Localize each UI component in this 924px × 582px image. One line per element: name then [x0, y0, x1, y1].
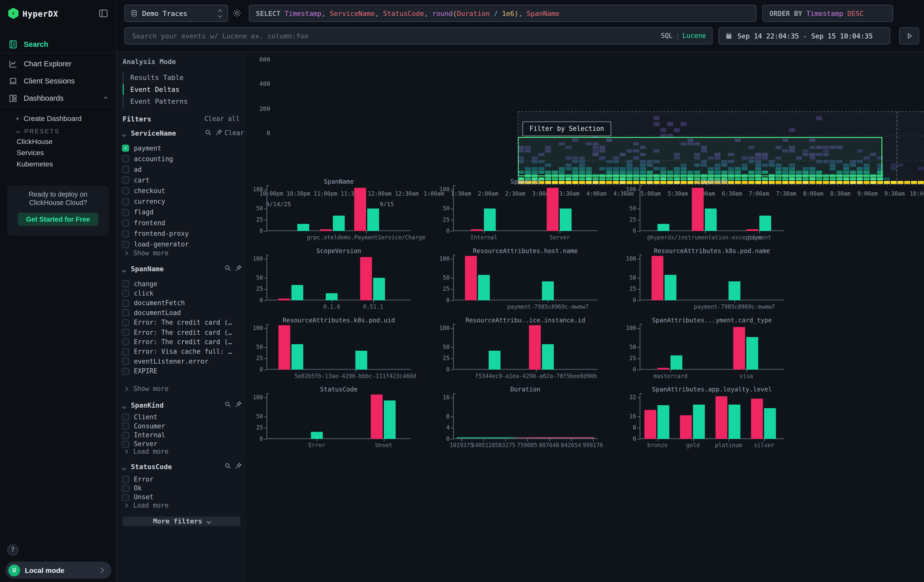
- chart-bar-green[interactable]: [764, 408, 776, 439]
- filter-group-more-spankind[interactable]: Load more: [124, 448, 169, 455]
- filter-by-selection-button[interactable]: Filter by Selection: [523, 122, 611, 137]
- filter-group-chevron-spankind[interactable]: [123, 402, 126, 410]
- chart-bar-pink[interactable]: [644, 410, 656, 439]
- checkbox[interactable]: [122, 440, 129, 448]
- local-mode-pill[interactable]: U Local mode: [5, 562, 111, 579]
- chart-bar-pink[interactable]: [692, 188, 704, 231]
- checkbox[interactable]: [122, 485, 129, 492]
- chart-bar-green[interactable]: [542, 281, 554, 300]
- filter-option-spankind[interactable]: Consumer: [122, 421, 165, 431]
- checkbox[interactable]: [122, 348, 129, 355]
- filter-option-spanname[interactable]: change: [122, 279, 157, 289]
- filter-group-chevron-spanname[interactable]: [123, 266, 126, 274]
- sql-select-editor[interactable]: SELECT Timestamp, ServiceName, StatusCod…: [249, 5, 756, 22]
- filter-option-spankind[interactable]: Server: [122, 440, 157, 449]
- filter-option-servicename[interactable]: cart: [122, 176, 150, 185]
- analysis-mode-event-deltas[interactable]: Event Deltas: [130, 85, 180, 94]
- get-started-button[interactable]: Get Started for Free: [18, 213, 98, 226]
- filter-option-servicename[interactable]: accounting: [122, 154, 173, 163]
- checkbox[interactable]: [122, 368, 129, 375]
- filter-group-more-spanname[interactable]: Show more: [124, 385, 169, 393]
- filter-group-more-servicename[interactable]: Show more: [124, 249, 169, 257]
- chart-bar-green[interactable]: [728, 281, 740, 300]
- checkbox-checked[interactable]: ✓: [122, 145, 129, 152]
- pin-icon[interactable]: [234, 401, 242, 408]
- checkbox[interactable]: [122, 166, 129, 173]
- sidebar-preset-clickhouse[interactable]: ClickHouse: [17, 137, 53, 146]
- checkbox[interactable]: [122, 476, 129, 483]
- chart-bar-green[interactable]: [665, 275, 676, 300]
- filter-option-spanname[interactable]: documentFetch: [122, 298, 185, 308]
- filter-group-chevron-statuscode[interactable]: [123, 464, 126, 472]
- chart-bar-green[interactable]: [670, 356, 682, 370]
- search-icon[interactable]: [205, 129, 212, 136]
- checkbox[interactable]: [122, 220, 129, 227]
- filter-option-servicename[interactable]: frontend-proxy: [122, 229, 189, 238]
- filter-group-chevron-servicename[interactable]: [123, 130, 126, 138]
- chart-bar-green[interactable]: [326, 293, 338, 300]
- help-button[interactable]: ?: [7, 544, 18, 556]
- chart-bar-green[interactable]: [333, 216, 345, 231]
- chart-bar-green[interactable]: [373, 278, 385, 300]
- checkbox[interactable]: [122, 290, 129, 297]
- filter-option-servicename[interactable]: frontend: [122, 218, 165, 228]
- pin-icon[interactable]: [234, 264, 242, 272]
- chart-bar-green[interactable]: [542, 344, 554, 370]
- filter-option-statuscode[interactable]: Ok: [122, 483, 142, 493]
- sidebar-item-dashboards[interactable]: Dashboards: [0, 90, 117, 107]
- filter-option-spanname[interactable]: Error: The credit card (…: [122, 318, 232, 327]
- checkbox[interactable]: [122, 494, 129, 501]
- checkbox[interactable]: [122, 414, 129, 420]
- chart-bar-green[interactable]: [292, 285, 304, 300]
- event-search-bar[interactable]: SQL | Lucene: [124, 27, 713, 45]
- chart-bar-green[interactable]: [728, 405, 740, 439]
- filter-option-statuscode[interactable]: Error: [122, 475, 153, 484]
- run-query-button[interactable]: [899, 27, 919, 45]
- checkbox[interactable]: [122, 176, 129, 184]
- sidebar-item-search[interactable]: Search: [0, 36, 117, 53]
- chart-bar-green[interactable]: [560, 208, 572, 231]
- more-filters-button[interactable]: More filters: [123, 516, 241, 526]
- create-dashboard-button[interactable]: + Create Dashboard: [15, 114, 82, 123]
- language-toggle-sql[interactable]: SQL: [661, 32, 673, 40]
- sidebar-item-client-sessions[interactable]: Client Sessions: [0, 73, 117, 89]
- checkbox[interactable]: [122, 432, 129, 439]
- filter-option-servicename[interactable]: ad: [122, 165, 142, 174]
- filter-group-more-statuscode[interactable]: Load more: [124, 502, 169, 509]
- filter-option-servicename[interactable]: currency: [122, 197, 165, 206]
- filter-option-spankind[interactable]: Client: [122, 412, 157, 422]
- filter-option-spankind[interactable]: Internal: [122, 430, 165, 440]
- chart-bar-green[interactable]: [355, 351, 367, 370]
- filter-option-spanname[interactable]: Error: The credit card (…: [122, 328, 232, 337]
- time-range-picker[interactable]: Sep 14 22:04:35 - Sep 15 10:04:35: [719, 27, 890, 45]
- heatmap-selection[interactable]: [518, 137, 882, 176]
- chart-bar-green[interactable]: [746, 337, 758, 370]
- checkbox[interactable]: [122, 280, 129, 287]
- filter-option-spanname[interactable]: Error: The credit card (…: [122, 337, 232, 347]
- search-icon[interactable]: [224, 401, 231, 408]
- checkbox[interactable]: [122, 241, 129, 248]
- language-toggle-lucene[interactable]: Lucene: [682, 32, 706, 40]
- checkbox[interactable]: [122, 188, 129, 195]
- chart-bar-pink[interactable]: [658, 368, 670, 370]
- sidebar-preset-services[interactable]: Services: [17, 149, 44, 157]
- chart-bar-green[interactable]: [367, 208, 379, 231]
- chart-bar-green[interactable]: [658, 405, 670, 439]
- chart-bar-green[interactable]: [759, 216, 771, 231]
- chart-bar-green[interactable]: [658, 224, 670, 231]
- search-icon[interactable]: [224, 264, 231, 272]
- checkbox[interactable]: [122, 422, 129, 430]
- search-input[interactable]: [131, 31, 661, 41]
- chart-bar-green[interactable]: [311, 432, 323, 439]
- chart-bar-pink[interactable]: [547, 188, 559, 231]
- search-icon[interactable]: [224, 462, 231, 470]
- chart-bar-green[interactable]: [292, 344, 304, 370]
- chart-bar-green[interactable]: [297, 224, 309, 231]
- checkbox[interactable]: [122, 155, 129, 162]
- checkbox[interactable]: [122, 300, 129, 307]
- filter-group-clear-servicename[interactable]: Clear: [224, 129, 244, 137]
- checkbox[interactable]: [122, 338, 129, 346]
- chart-bar-pink[interactable]: [371, 394, 383, 439]
- chart-bar-green[interactable]: [693, 405, 705, 439]
- checkbox[interactable]: [122, 230, 129, 237]
